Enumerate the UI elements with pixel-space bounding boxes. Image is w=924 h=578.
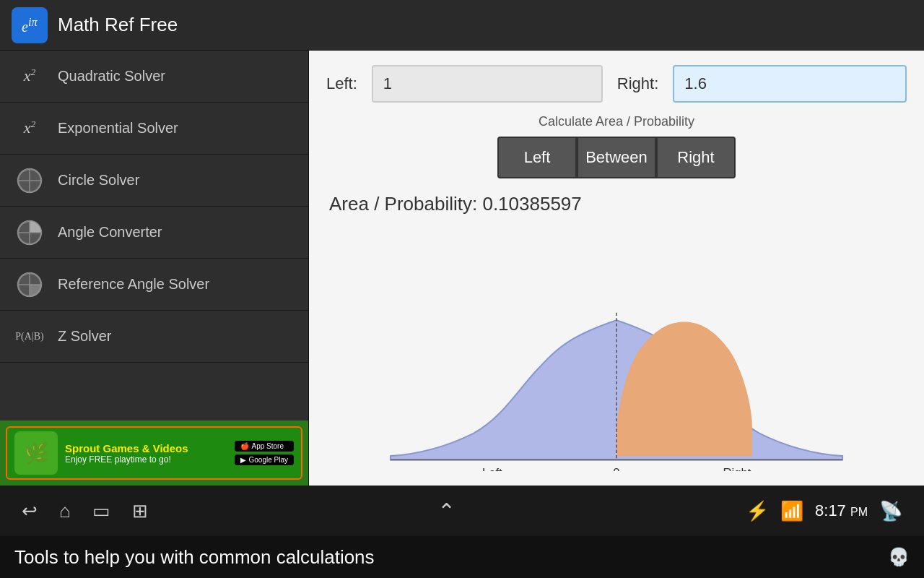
ad-title: Sprout Games & Videos bbox=[65, 442, 227, 454]
app-icon: eiπ bbox=[12, 7, 48, 43]
top-bar: eiπ Math Ref Free bbox=[0, 0, 924, 51]
x2-icon-quadratic: x2 bbox=[14, 61, 45, 92]
sidebar-item-zsolver[interactable]: P(A|B) Z Solver bbox=[0, 311, 308, 363]
left-label: Left: bbox=[326, 74, 357, 93]
appstore-badge: 🍎App Store bbox=[235, 441, 294, 452]
sidebar-item-quadratic[interactable]: x2 Quadratic Solver bbox=[0, 51, 308, 103]
chart-right-label: Right bbox=[723, 466, 751, 471]
result-text: Area / Probability: 0.10385597 bbox=[326, 193, 907, 215]
recents-icon[interactable]: ▭ bbox=[92, 500, 110, 522]
input-row: Left: Right: bbox=[326, 65, 907, 103]
sidebar-label-reference: Reference Angle Solver bbox=[58, 276, 209, 293]
sidebar-item-exponential[interactable]: x2 Exponential Solver bbox=[0, 103, 308, 155]
right-button[interactable]: Right bbox=[656, 137, 736, 178]
wifi-icon: 📡 bbox=[879, 500, 902, 522]
button-row: Left Between Right bbox=[326, 137, 907, 178]
chart-left-label: Left bbox=[482, 466, 502, 471]
sidebar-label-angle: Angle Converter bbox=[58, 224, 162, 241]
sidebar-item-circle[interactable]: Circle Solver bbox=[0, 155, 308, 207]
normal-distribution-chart: ← Left 0 Right → ← Between → bbox=[326, 298, 907, 471]
chevron-up-icon[interactable]: ⌃ bbox=[437, 499, 456, 524]
angle-icon bbox=[14, 217, 45, 248]
svg-text:→: → bbox=[769, 466, 781, 471]
ad-text-block: Sprout Games & Videos Enjoy FREE playtim… bbox=[65, 442, 227, 465]
clock: 8:17 PM bbox=[815, 501, 868, 520]
googleplay-badge: ▶Google Play bbox=[235, 454, 294, 465]
left-button[interactable]: Left bbox=[497, 137, 577, 178]
between-button[interactable]: Between bbox=[577, 137, 656, 178]
app-icon-label: eiπ bbox=[22, 15, 38, 35]
nav-icons-right: ⚡ 📶 8:17 PM 📡 bbox=[746, 500, 902, 522]
time-display: 8:17 bbox=[815, 501, 846, 519]
reference-angle-icon bbox=[14, 269, 45, 300]
calc-section-label: Calculate Area / Probability bbox=[326, 114, 907, 129]
sidebar: x2 Quadratic Solver x2 Exponential Solve… bbox=[0, 51, 309, 486]
right-input[interactable] bbox=[673, 65, 907, 103]
sidebar-label-zsolver: Z Solver bbox=[58, 328, 111, 345]
content-area: Left: Right: Calculate Area / Probabilit… bbox=[309, 51, 924, 486]
bottom-nav: ↩ ⌂ ▭ ⊞ ⌃ ⚡ 📶 8:17 PM 📡 bbox=[0, 486, 924, 536]
nav-icons-left: ↩ ⌂ ▭ ⊞ bbox=[22, 500, 148, 522]
usb-icon: ⚡ bbox=[746, 500, 769, 522]
sidebar-label-quadratic: Quadratic Solver bbox=[58, 68, 165, 85]
x2-icon-exponential: x2 bbox=[14, 113, 45, 144]
ad-badges: 🍎App Store ▶Google Play bbox=[235, 441, 294, 465]
prob-icon: P(A|B) bbox=[14, 322, 45, 352]
signal-icon: 📶 bbox=[780, 500, 803, 522]
circle-icon bbox=[14, 165, 45, 196]
ad-thumbnail: 🌿 bbox=[14, 431, 58, 475]
sidebar-item-reference[interactable]: Reference Angle Solver bbox=[0, 259, 308, 311]
main-container: x2 Quadratic Solver x2 Exponential Solve… bbox=[0, 51, 924, 486]
app-title: Math Ref Free bbox=[58, 14, 178, 36]
home-icon[interactable]: ⌂ bbox=[59, 500, 71, 522]
back-icon[interactable]: ↩ bbox=[22, 500, 38, 522]
sidebar-label-circle: Circle Solver bbox=[58, 172, 139, 189]
sidebar-label-exponential: Exponential Solver bbox=[58, 120, 178, 137]
fullscreen-icon[interactable]: ⊞ bbox=[132, 500, 148, 522]
right-label: Right: bbox=[617, 74, 658, 93]
chart-zero-label: 0 bbox=[613, 466, 619, 471]
ad-banner[interactable]: 🌿 Sprout Games & Videos Enjoy FREE playt… bbox=[0, 420, 308, 486]
status-message: Tools to help you with common calculatio… bbox=[14, 546, 888, 569]
ad-subtitle: Enjoy FREE playtime to go! bbox=[65, 454, 227, 465]
chart-area: ← Left 0 Right → ← Between → bbox=[326, 227, 907, 471]
svg-text:←: ← bbox=[453, 466, 465, 471]
left-input[interactable] bbox=[372, 65, 603, 103]
status-bar: Tools to help you with common calculatio… bbox=[0, 536, 924, 578]
sidebar-item-angle[interactable]: Angle Converter bbox=[0, 207, 308, 259]
skull-icon: 💀 bbox=[888, 547, 910, 567]
ampm-display: PM bbox=[850, 506, 868, 518]
